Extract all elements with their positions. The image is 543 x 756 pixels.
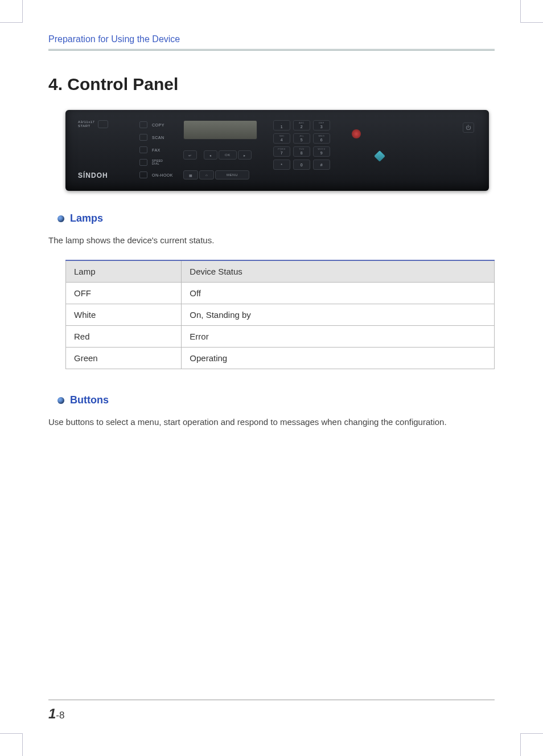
mode-speed-dial: SPEED DIAL [152, 160, 163, 166]
mode-led [139, 159, 147, 166]
page-header: Preparation for Using the Device [48, 34, 495, 51]
page-number: 1-8 [48, 710, 64, 721]
home-button: ⌂ [199, 170, 214, 179]
lamps-description: The lamp shows the device's current stat… [48, 234, 495, 247]
stop-button [352, 129, 361, 138]
lcd-screen [183, 120, 257, 140]
table-header: Device Status [182, 260, 495, 283]
brand-logo: SÍNDOH [78, 171, 129, 179]
table-row: RedError [66, 326, 495, 348]
key-1: .1 [273, 120, 290, 130]
buttons-description: Use buttons to select a menu, start oper… [48, 415, 495, 429]
key-0: 0 [293, 160, 310, 170]
key-star: * [273, 160, 290, 170]
ok-button: OK [219, 150, 237, 160]
book-button: ▦ [183, 170, 198, 179]
key-6: MNO6 [313, 133, 330, 144]
menu-button: MENU [215, 170, 249, 179]
table-row: WhiteOn, Standing by [66, 304, 495, 326]
page-title: 4. Control Panel [48, 75, 495, 94]
back-button: ↩ [183, 150, 197, 160]
bullet-icon [57, 215, 64, 222]
start-button [374, 150, 385, 162]
right-button: ▸ [238, 150, 252, 160]
left-button: ◂ [204, 150, 217, 160]
numeric-keypad: .1 ABC2 DEF3 GHI4 JKL5 MNO6 PQRS7 TUV8 W… [273, 120, 330, 170]
key-9: WXYZ9 [313, 146, 330, 157]
mode-fax: FAX [152, 148, 161, 152]
mode-on-hook: ON-HOOK [152, 173, 173, 177]
page-footer: 1-8 [48, 700, 495, 722]
lamps-table: LampDevice Status OFFOff WhiteOn, Standi… [65, 260, 495, 369]
mode-copy: COPY [152, 123, 164, 127]
section-title-buttons: Buttons [70, 394, 109, 406]
key-5: JKL5 [293, 133, 310, 144]
mode-led [139, 171, 147, 178]
key-4: GHI4 [273, 133, 290, 144]
id-start-button [98, 120, 108, 128]
table-row: OFFOff [66, 283, 495, 304]
mode-led [139, 146, 147, 153]
key-8: TUV8 [293, 146, 310, 157]
key-hash: # [313, 160, 330, 170]
section-title-lamps: Lamps [70, 213, 103, 224]
mode-led [139, 121, 147, 128]
power-button: ⏻ [463, 122, 474, 133]
key-3: DEF3 [313, 120, 330, 130]
mode-led [139, 134, 147, 141]
key-7: PQRS7 [273, 146, 290, 157]
bullet-icon [57, 397, 64, 404]
table-row: GreenOperating [66, 348, 495, 369]
control-panel-image: A3/11x17 START SÍNDOH COPY SCAN FAX SPEE… [65, 110, 489, 191]
table-header: Lamp [66, 260, 182, 283]
mode-scan: SCAN [152, 136, 164, 140]
id-start-label: A3/11x17 START [78, 120, 94, 128]
key-2: ABC2 [293, 120, 310, 130]
